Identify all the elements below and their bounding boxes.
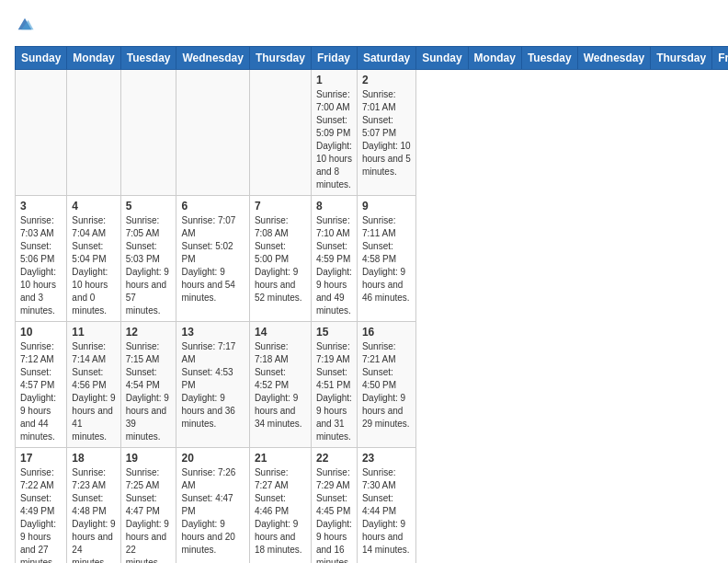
week-row-1: 1Sunrise: 7:00 AM Sunset: 5:09 PM Daylig… [16,70,729,196]
day-number: 11 [72,326,115,339]
calendar-cell: 4Sunrise: 7:04 AM Sunset: 5:04 PM Daylig… [67,196,120,322]
day-number: 8 [316,200,352,213]
day-info: Sunrise: 7:08 AM Sunset: 5:00 PM Dayligh… [255,214,306,304]
day-number: 10 [20,326,62,339]
calendar-cell [176,70,249,196]
day-number: 17 [20,452,62,465]
calendar-cell [120,70,176,196]
calendar-cell: 17Sunrise: 7:22 AM Sunset: 4:49 PM Dayli… [16,448,67,564]
day-number: 3 [20,200,62,213]
header-tuesday: Tuesday [120,47,176,70]
calendar-cell: 21Sunrise: 7:27 AM Sunset: 4:46 PM Dayli… [249,448,311,564]
day-number: 14 [255,326,306,339]
day-info: Sunrise: 7:17 AM Sunset: 4:53 PM Dayligh… [181,340,244,431]
day-number: 7 [255,200,306,213]
header-thursday: Thursday [249,47,311,70]
day-info: Sunrise: 7:26 AM Sunset: 4:47 PM Dayligh… [181,466,244,557]
day-info: Sunrise: 7:07 AM Sunset: 5:02 PM Dayligh… [181,214,244,304]
day-info: Sunrise: 7:00 AM Sunset: 5:09 PM Dayligh… [316,88,352,191]
day-info: Sunrise: 7:04 AM Sunset: 5:04 PM Dayligh… [72,214,115,317]
calendar-cell: 22Sunrise: 7:29 AM Sunset: 4:45 PM Dayli… [311,448,357,564]
day-number: 16 [362,326,411,339]
calendar-cell: 10Sunrise: 7:12 AM Sunset: 4:57 PM Dayli… [16,322,67,448]
page-header [15,15,713,35]
day-info: Sunrise: 7:12 AM Sunset: 4:57 PM Dayligh… [20,340,62,443]
col-header-wednesday: Wednesday [577,47,650,70]
calendar-cell [16,70,67,196]
day-number: 22 [316,452,352,465]
calendar-header-row: SundayMondayTuesdayWednesdayThursdayFrid… [16,47,729,70]
calendar-cell: 18Sunrise: 7:23 AM Sunset: 4:48 PM Dayli… [67,448,120,564]
day-number: 5 [126,200,172,213]
calendar-table: SundayMondayTuesdayWednesdayThursdayFrid… [15,46,728,563]
day-info: Sunrise: 7:23 AM Sunset: 4:48 PM Dayligh… [72,466,115,563]
calendar-cell: 13Sunrise: 7:17 AM Sunset: 4:53 PM Dayli… [176,322,249,448]
calendar-cell: 9Sunrise: 7:11 AM Sunset: 4:58 PM Daylig… [357,196,415,322]
calendar-cell: 19Sunrise: 7:25 AM Sunset: 4:47 PM Dayli… [120,448,176,564]
day-info: Sunrise: 7:27 AM Sunset: 4:46 PM Dayligh… [255,466,306,557]
day-number: 21 [255,452,306,465]
day-number: 13 [181,326,244,339]
calendar-cell: 23Sunrise: 7:30 AM Sunset: 4:44 PM Dayli… [357,448,415,564]
calendar-cell: 3Sunrise: 7:03 AM Sunset: 5:06 PM Daylig… [16,196,67,322]
logo [15,15,39,35]
day-info: Sunrise: 7:22 AM Sunset: 4:49 PM Dayligh… [20,466,62,563]
header-saturday: Saturday [357,47,415,70]
day-info: Sunrise: 7:14 AM Sunset: 4:56 PM Dayligh… [72,340,115,443]
day-info: Sunrise: 7:29 AM Sunset: 4:45 PM Dayligh… [316,466,352,563]
calendar-cell: 15Sunrise: 7:19 AM Sunset: 4:51 PM Dayli… [311,322,357,448]
day-number: 6 [181,200,244,213]
calendar-cell: 7Sunrise: 7:08 AM Sunset: 5:00 PM Daylig… [249,196,311,322]
day-number: 9 [362,200,411,213]
day-info: Sunrise: 7:25 AM Sunset: 4:47 PM Dayligh… [126,466,172,563]
day-number: 2 [362,74,411,86]
week-row-4: 17Sunrise: 7:22 AM Sunset: 4:49 PM Dayli… [16,448,729,564]
header-friday: Friday [311,47,357,70]
calendar-cell: 2Sunrise: 7:01 AM Sunset: 5:07 PM Daylig… [357,70,415,196]
day-number: 15 [316,326,352,339]
day-info: Sunrise: 7:03 AM Sunset: 5:06 PM Dayligh… [20,214,62,317]
calendar-cell: 5Sunrise: 7:05 AM Sunset: 5:03 PM Daylig… [120,196,176,322]
col-header-monday: Monday [468,47,521,70]
col-header-sunday: Sunday [416,47,468,70]
col-header-thursday: Thursday [651,47,712,70]
day-info: Sunrise: 7:30 AM Sunset: 4:44 PM Dayligh… [362,466,411,557]
day-number: 12 [126,326,172,339]
calendar-cell: 6Sunrise: 7:07 AM Sunset: 5:02 PM Daylig… [176,196,249,322]
day-info: Sunrise: 7:18 AM Sunset: 4:52 PM Dayligh… [255,340,306,431]
day-number: 4 [72,200,115,213]
day-info: Sunrise: 7:19 AM Sunset: 4:51 PM Dayligh… [316,340,352,443]
day-number: 1 [316,74,352,86]
day-info: Sunrise: 7:21 AM Sunset: 4:50 PM Dayligh… [362,340,411,431]
day-number: 23 [362,452,411,465]
week-row-3: 10Sunrise: 7:12 AM Sunset: 4:57 PM Dayli… [16,322,729,448]
calendar-cell: 16Sunrise: 7:21 AM Sunset: 4:50 PM Dayli… [357,322,415,448]
calendar-cell: 11Sunrise: 7:14 AM Sunset: 4:56 PM Dayli… [67,322,120,448]
week-row-2: 3Sunrise: 7:03 AM Sunset: 5:06 PM Daylig… [16,196,729,322]
day-info: Sunrise: 7:15 AM Sunset: 4:54 PM Dayligh… [126,340,172,443]
calendar-cell: 8Sunrise: 7:10 AM Sunset: 4:59 PM Daylig… [311,196,357,322]
day-number: 19 [126,452,172,465]
col-header-tuesday: Tuesday [521,47,577,70]
col-header-friday: Friday [712,47,728,70]
day-number: 20 [181,452,244,465]
header-sunday: Sunday [16,47,67,70]
calendar-cell [249,70,311,196]
calendar-cell: 12Sunrise: 7:15 AM Sunset: 4:54 PM Dayli… [120,322,176,448]
day-info: Sunrise: 7:05 AM Sunset: 5:03 PM Dayligh… [126,214,172,317]
logo-icon [15,15,35,35]
calendar-cell: 1Sunrise: 7:00 AM Sunset: 5:09 PM Daylig… [311,70,357,196]
calendar-cell: 14Sunrise: 7:18 AM Sunset: 4:52 PM Dayli… [249,322,311,448]
header-wednesday: Wednesday [176,47,249,70]
calendar-cell [67,70,120,196]
day-info: Sunrise: 7:01 AM Sunset: 5:07 PM Dayligh… [362,88,411,178]
header-monday: Monday [67,47,120,70]
day-number: 18 [72,452,115,465]
day-info: Sunrise: 7:10 AM Sunset: 4:59 PM Dayligh… [316,214,352,317]
calendar-cell: 20Sunrise: 7:26 AM Sunset: 4:47 PM Dayli… [176,448,249,564]
day-info: Sunrise: 7:11 AM Sunset: 4:58 PM Dayligh… [362,214,411,304]
